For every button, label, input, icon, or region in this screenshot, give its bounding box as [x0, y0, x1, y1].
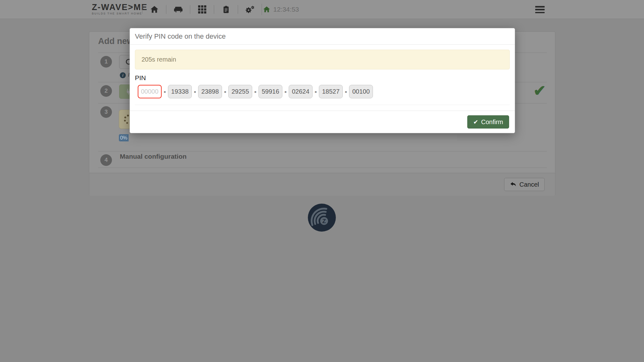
pin-separator: -	[192, 88, 198, 95]
pin-segment: 02624	[289, 85, 313, 98]
pin-segment: 59916	[258, 85, 282, 98]
inclusion-progress-bar: 0%	[119, 134, 457, 141]
confirm-button[interactable]: ✔ Confirm	[467, 115, 509, 129]
dialog-title: Verify PIN code on the device	[135, 32, 510, 41]
pin-separator: -	[162, 88, 168, 95]
dialog-footer: ✔ Confirm	[130, 111, 515, 133]
pin-segment: 19338	[168, 85, 192, 98]
pin-separator: -	[313, 88, 319, 95]
pin-input[interactable]	[138, 85, 162, 98]
pin-segment: 18527	[319, 85, 343, 98]
check-icon: ✔	[473, 118, 478, 126]
dialog-header: Verify PIN code on the device	[130, 28, 515, 45]
pin-row: -19338-23898-29255-59916-02624-18527-001…	[135, 85, 510, 98]
progress-value: 0%	[119, 134, 129, 141]
confirm-label: Confirm	[481, 118, 503, 126]
pin-segment: 00100	[349, 85, 373, 98]
pin-separator: -	[282, 88, 289, 95]
countdown-alert: 205s remain	[135, 50, 510, 69]
form-divider	[135, 105, 510, 105]
dialog-body: 205s remain PIN -19338-23898-29255-59916…	[130, 45, 515, 105]
pin-separator: -	[222, 88, 228, 95]
pin-segment: 29255	[228, 85, 252, 98]
pin-separator: -	[252, 88, 258, 95]
pin-label: PIN	[135, 74, 510, 82]
pin-segment: 23898	[198, 85, 222, 98]
pin-separator: -	[343, 88, 349, 95]
verify-pin-dialog: Verify PIN code on the device 205s remai…	[130, 28, 515, 133]
screen: Z-WAVE>ME BUILDS THE SMART HOME	[0, 0, 644, 362]
